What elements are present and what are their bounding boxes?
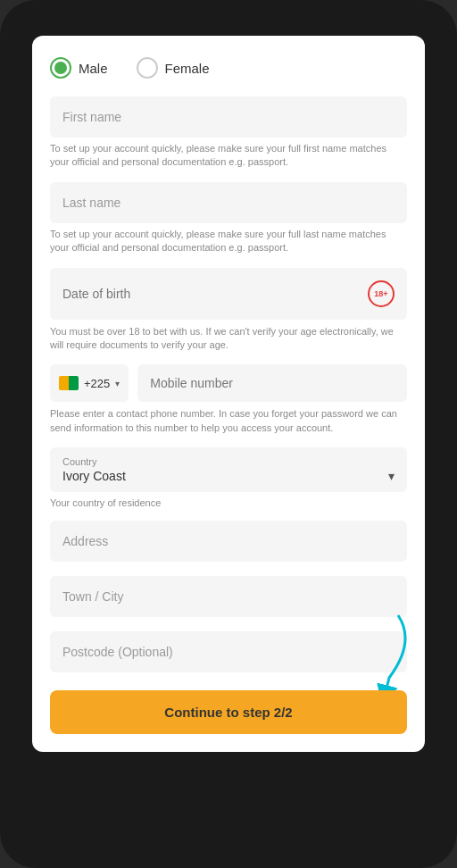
gender-row: Male Female	[50, 57, 407, 79]
country-select-row: Ivory Coast ▾	[62, 469, 395, 483]
flag-left	[59, 376, 69, 390]
continue-container: Continue to step 2/2	[50, 678, 407, 734]
phone-group: +225 ▾ Please enter a contact phone numb…	[50, 364, 407, 435]
last-name-input-wrapper	[50, 182, 407, 223]
town-group	[50, 576, 407, 617]
dob-group: 18+ You must be over 18 to bet with us. …	[50, 268, 407, 353]
mobile-input-wrapper	[137, 364, 407, 402]
dob-input-wrapper: 18+	[50, 268, 407, 320]
town-input[interactable]	[62, 589, 395, 604]
male-label: Male	[79, 61, 108, 76]
country-select-wrapper[interactable]: Country Ivory Coast ▾	[50, 447, 407, 492]
country-value: Ivory Coast	[62, 469, 126, 483]
country-hint: Your country of residence	[50, 497, 407, 508]
dob-hint: You must be over 18 to bet with us. If w…	[50, 325, 407, 353]
country-label: Country	[62, 456, 395, 467]
first-name-input[interactable]	[62, 110, 395, 124]
female-option[interactable]: Female	[137, 57, 210, 79]
postcode-input-wrapper	[50, 631, 407, 672]
phone-hint: Please enter a contact phone number. In …	[50, 407, 407, 435]
country-chevron-icon: ▾	[388, 469, 395, 483]
age-badge: 18+	[368, 280, 395, 307]
mobile-input[interactable]	[150, 376, 395, 390]
phone-row: +225 ▾	[50, 364, 407, 402]
male-radio[interactable]	[50, 57, 71, 79]
dob-input[interactable]	[62, 287, 368, 301]
address-input[interactable]	[62, 534, 395, 548]
continue-button[interactable]: Continue to step 2/2	[50, 690, 407, 734]
divider-1	[50, 567, 407, 576]
country-code-button[interactable]: +225 ▾	[50, 364, 129, 402]
country-group: Country Ivory Coast ▾ Your country of re…	[50, 447, 407, 508]
female-label: Female	[165, 61, 210, 76]
continue-label: Continue to step 2/2	[164, 705, 292, 720]
address-group	[50, 521, 407, 562]
male-option[interactable]: Male	[50, 57, 108, 79]
first-name-hint: To set up your account quickly, please m…	[50, 142, 407, 170]
last-name-input[interactable]	[62, 196, 395, 210]
phone-code-label: +225	[84, 377, 110, 390]
town-input-wrapper	[50, 576, 407, 617]
first-name-group: To set up your account quickly, please m…	[50, 96, 407, 170]
first-name-input-wrapper	[50, 96, 407, 138]
last-name-hint: To set up your account quickly, please m…	[50, 228, 407, 255]
postcode-group	[50, 631, 407, 672]
female-radio[interactable]	[137, 57, 158, 79]
postcode-input[interactable]	[62, 645, 395, 659]
flag-right	[69, 376, 79, 390]
male-radio-inner	[54, 62, 67, 74]
divider-2	[50, 622, 407, 631]
phone-chevron-icon: ▾	[115, 379, 120, 388]
last-name-group: To set up your account quickly, please m…	[50, 182, 407, 255]
ivory-coast-flag	[59, 376, 79, 390]
address-input-wrapper	[50, 521, 407, 562]
